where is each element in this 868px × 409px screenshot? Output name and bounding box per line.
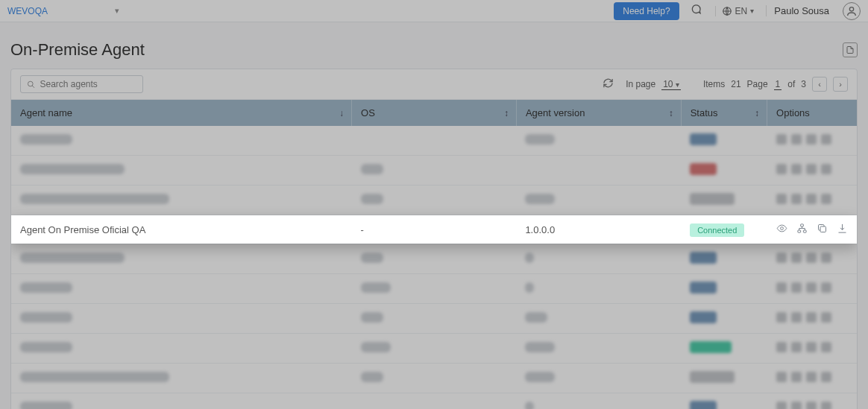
sort-icon: ↕ [755,108,759,118]
svg-rect-6 [803,230,806,232]
topbar: WEVOQA ▾ Need Help? EN ▾ Paulo Sousa [0,0,868,22]
col-header-os[interactable]: OS↕ [352,100,517,126]
table-row[interactable] [11,304,857,334]
tenant-name: WEVOQA [7,6,48,16]
svg-rect-5 [797,230,800,232]
page-prev-button[interactable]: ‹ [812,77,827,92]
items-count: 21 [731,79,740,89]
panel-toolbar: In page 10 ▾ Items 21 Page 1 of 3 ‹ › [11,69,857,100]
chat-icon[interactable] [685,4,706,18]
in-page-label: In page [626,79,655,89]
view-icon[interactable] [776,223,787,236]
col-header-options: Options [767,100,857,126]
refresh-icon[interactable] [598,77,618,91]
page-current[interactable]: 1 [774,79,782,90]
svg-rect-4 [800,224,803,226]
table-row-highlighted[interactable]: Agent On Premise Oficial QA - 1.0.0.0 Co… [11,215,857,244]
clone-icon[interactable] [817,223,828,236]
globe-icon [722,6,732,16]
col-header-status[interactable]: Status↕ [681,100,767,126]
network-icon[interactable] [796,223,808,236]
cell-os: - [352,215,517,244]
page-total: 3 [801,79,806,89]
tenant-selector[interactable]: WEVOQA ▾ [7,6,119,16]
status-badge: Connected [690,223,744,237]
sort-icon: ↓ [339,108,344,118]
svg-rect-7 [820,226,826,232]
table-row[interactable] [11,393,857,410]
cell-agent-name: Agent On Premise Oficial QA [11,215,352,244]
chevron-down-icon: ▾ [115,6,119,16]
page-next-button[interactable]: › [833,77,848,92]
sort-icon: ↕ [504,108,509,118]
table-row[interactable] [11,186,857,215]
svg-point-3 [780,227,783,230]
search-input-wrap[interactable] [20,75,143,93]
svg-point-1 [849,7,853,10]
language-selector[interactable]: EN ▾ [715,6,761,16]
language-label: EN [735,6,748,16]
user-name[interactable]: Paulo Sousa [766,5,837,16]
search-input[interactable] [40,79,136,89]
chevron-down-icon: ▾ [676,80,679,89]
row-actions [776,223,848,236]
table-row[interactable] [11,244,857,274]
of-label: of [787,79,795,89]
items-label: Items [703,79,725,89]
agents-table: Agent name↓ OS↕ Agent version↕ Status↕ O… [11,100,857,409]
page-label: Page [747,79,768,89]
agents-panel: In page 10 ▾ Items 21 Page 1 of 3 ‹ › Ag… [10,69,858,409]
chevron-down-icon: ▾ [750,7,754,15]
svg-point-2 [28,81,33,86]
export-icon[interactable] [843,42,858,57]
need-help-button[interactable]: Need Help? [614,2,679,20]
table-row[interactable] [11,156,857,186]
sort-icon: ↕ [669,108,673,118]
cell-version: 1.0.0.0 [516,215,681,244]
table-row[interactable] [11,126,857,156]
download-icon[interactable] [837,223,848,236]
page-title: On-Premise Agent [10,40,145,60]
search-icon [27,80,35,89]
avatar[interactable] [843,2,861,20]
table-row[interactable] [11,334,857,364]
per-page-select[interactable]: 10 ▾ [661,79,681,90]
table-row[interactable] [11,364,857,393]
pager: In page 10 ▾ Items 21 Page 1 of 3 ‹ › [626,77,848,92]
table-row[interactable] [11,274,857,304]
col-header-version[interactable]: Agent version↕ [516,100,681,126]
col-header-name[interactable]: Agent name↓ [11,100,352,126]
